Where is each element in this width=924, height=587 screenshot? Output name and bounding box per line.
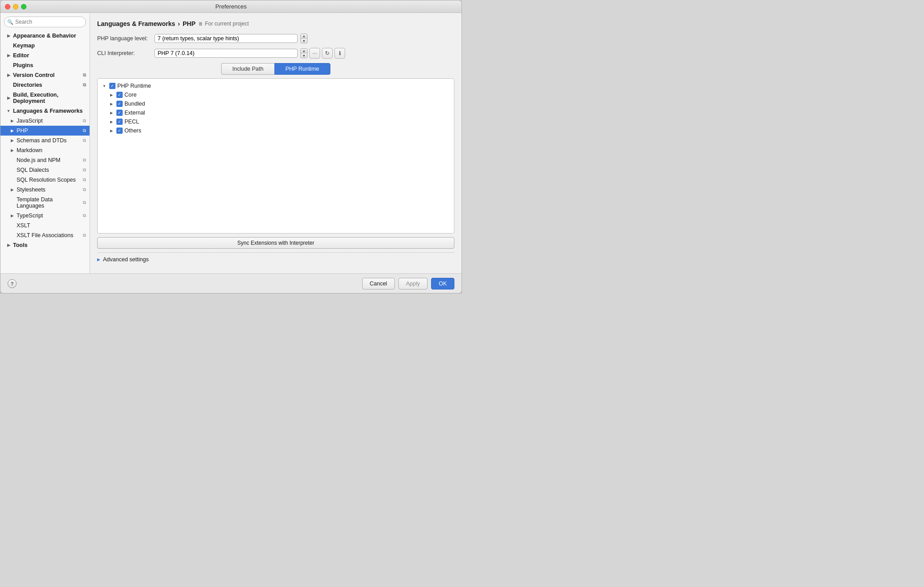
php-language-spinner[interactable]: ▲ ▼ — [300, 34, 308, 43]
sidebar-item-markdown[interactable]: ▶Markdown — [0, 145, 90, 155]
cli-info-button[interactable]: ℹ — [334, 48, 345, 59]
sidebar-arrow-editor: ▶ — [6, 53, 11, 58]
sidebar-item-tools[interactable]: ▶Tools — [0, 240, 90, 250]
tree-item-root[interactable]: ▼ ✓ PHP Runtime — [99, 81, 452, 90]
tree-checkbox-core[interactable]: ✓ — [116, 92, 123, 98]
php-language-value: 7 (return types, scalar type hints) — [158, 35, 295, 42]
maximize-button[interactable] — [21, 4, 26, 9]
php-language-select[interactable]: 7 (return types, scalar type hints) — [154, 34, 298, 43]
cli-interpreter-select[interactable]: PHP 7 (7.0.14) — [154, 49, 298, 58]
sidebar-label-appearance: Appearance & Behavior — [13, 33, 86, 39]
tree-item-core[interactable]: ▶ ✓ Core — [99, 90, 452, 99]
close-button[interactable] — [5, 4, 10, 9]
preferences-window: Preferences 🔍 ▶Appearance & BehaviorKeym… — [0, 0, 462, 294]
advanced-arrow-icon: ▶ — [97, 257, 100, 262]
sidebar-item-languages[interactable]: ▼Languages & Frameworks — [0, 106, 90, 116]
sidebar-arrow-version-control: ▶ — [6, 72, 11, 78]
tree-label-core: Core — [124, 92, 137, 98]
tree-checkbox-bundled[interactable]: ✓ — [116, 101, 123, 107]
breadcrumb-prefix: Languages & Frameworks — [97, 20, 175, 27]
sidebar-item-template-data[interactable]: Template Data Languages⧉ — [0, 195, 90, 211]
footer-right: Cancel Apply OK — [362, 278, 454, 289]
tree-label-bundled: Bundled — [124, 101, 145, 107]
project-link[interactable]: 🗎 For current project — [198, 21, 249, 27]
search-input[interactable] — [4, 17, 86, 27]
sidebar-item-stylesheets[interactable]: ▶Stylesheets⧉ — [0, 185, 90, 195]
tree-label-external: External — [124, 110, 145, 116]
titlebar: Preferences — [0, 0, 462, 13]
sidebar-item-nodejs[interactable]: Node.js and NPM⧉ — [0, 155, 90, 165]
sidebar-item-appearance[interactable]: ▶Appearance & Behavior — [0, 31, 90, 41]
tree-checkbox-others[interactable]: ✓ — [116, 128, 123, 134]
sidebar-label-plugins: Plugins — [13, 62, 86, 68]
sidebar-item-build[interactable]: ▶Build, Execution, Deployment — [0, 90, 90, 106]
sidebar-label-version-control: Version Control — [13, 72, 81, 78]
info-icon: ℹ — [339, 50, 341, 56]
tree-arrow-core: ▶ — [108, 92, 115, 98]
main-content: 🔍 ▶Appearance & BehaviorKeymap▶EditorPlu… — [0, 13, 462, 273]
sidebar-arrow-languages: ▼ — [6, 108, 11, 114]
sidebar-item-plugins[interactable]: Plugins — [0, 60, 90, 70]
advanced-settings-section[interactable]: ▶ Advanced settings — [97, 252, 454, 266]
sidebar-label-directories: Directories — [13, 82, 81, 88]
sidebar-item-xslt[interactable]: XSLT — [0, 221, 90, 230]
sidebar-arrow-typescript: ▶ — [9, 213, 15, 218]
php-language-control: 7 (return types, scalar type hints) ▲ ▼ — [154, 34, 308, 43]
sidebar-item-version-control[interactable]: ▶Version Control⧉ — [0, 70, 90, 80]
sidebar-label-markdown: Markdown — [17, 147, 86, 153]
sidebar: 🔍 ▶Appearance & BehaviorKeymap▶EditorPlu… — [0, 13, 90, 273]
sync-extensions-button[interactable]: Sync Extensions with Interpreter — [97, 237, 454, 249]
tree-checkbox-pecl[interactable]: ✓ — [116, 119, 123, 125]
tab-php-runtime[interactable]: PHP Runtime — [274, 63, 331, 75]
tree-item-pecl[interactable]: ▶ ✓ PECL — [99, 117, 452, 126]
cli-browse-button[interactable]: ··· — [309, 48, 320, 59]
tabs-container: Include Path PHP Runtime — [97, 63, 454, 75]
window-title: Preferences — [215, 3, 247, 10]
breadcrumb: Languages & Frameworks › PHP 🗎 For curre… — [97, 20, 454, 27]
sidebar-item-schemas[interactable]: ▶Schemas and DTDs⧉ — [0, 136, 90, 145]
sidebar-item-typescript[interactable]: ▶TypeScript⧉ — [0, 211, 90, 221]
apply-button[interactable]: Apply — [398, 278, 428, 289]
project-text: For current project — [205, 21, 249, 27]
help-button[interactable]: ? — [8, 279, 17, 288]
sidebar-label-xslt: XSLT — [17, 222, 86, 229]
sidebar-arrow-javascript: ▶ — [9, 118, 15, 123]
sidebar-item-php[interactable]: ▶PHP⧉ — [0, 126, 90, 136]
sidebar-label-template-data: Template Data Languages — [17, 196, 81, 209]
sidebar-item-javascript[interactable]: ▶JavaScript⧉ — [0, 116, 90, 126]
sidebar-item-editor[interactable]: ▶Editor — [0, 51, 90, 60]
sidebar-item-sql-resolution[interactable]: SQL Resolution Scopes⧉ — [0, 175, 90, 185]
breadcrumb-current: PHP — [183, 20, 196, 27]
tree-checkbox-root[interactable]: ✓ — [109, 83, 116, 89]
tab-include-path[interactable]: Include Path — [221, 63, 274, 75]
sidebar-item-sql-dialects[interactable]: SQL Dialects⧉ — [0, 165, 90, 175]
sidebar-item-xslt-file[interactable]: XSLT File Associations⧉ — [0, 230, 90, 240]
sidebar-copy-icon-sql-resolution: ⧉ — [83, 177, 86, 183]
cli-interpreter-spinner[interactable]: ▲ ▼ — [300, 48, 308, 58]
sidebar-arrow-stylesheets: ▶ — [9, 187, 15, 192]
sidebar-item-directories[interactable]: Directories⧉ — [0, 80, 90, 90]
sidebar-copy-icon-version-control: ⧉ — [83, 72, 86, 78]
tree-panel: ▼ ✓ PHP Runtime ▶ ✓ Core ▶ ✓ Bundled — [97, 78, 454, 234]
sidebar-item-keymap[interactable]: Keymap — [0, 41, 90, 51]
sidebar-copy-icon-typescript: ⧉ — [83, 213, 86, 218]
sidebar-label-build: Build, Execution, Deployment — [13, 92, 86, 104]
tree-item-bundled[interactable]: ▶ ✓ Bundled — [99, 99, 452, 108]
cli-interpreter-row: CLI Interpreter: PHP 7 (7.0.14) ▲ ▼ ··· … — [97, 48, 454, 59]
tree-item-others[interactable]: ▶ ✓ Others — [99, 126, 452, 135]
sidebar-label-tools: Tools — [13, 242, 86, 248]
sidebar-copy-icon-php: ⧉ — [83, 128, 86, 133]
spin-up-button[interactable]: ▲ — [301, 34, 307, 38]
advanced-settings-label: Advanced settings — [103, 256, 149, 263]
sidebar-label-languages: Languages & Frameworks — [13, 108, 86, 114]
spin-down-button[interactable]: ▼ — [301, 38, 307, 43]
cli-refresh-button[interactable]: ↻ — [322, 48, 333, 59]
cancel-button[interactable]: Cancel — [362, 278, 395, 289]
tree-checkbox-external[interactable]: ✓ — [116, 110, 123, 116]
cli-spin-up[interactable]: ▲ — [301, 49, 307, 53]
sidebar-label-php: PHP — [17, 128, 81, 134]
ok-button[interactable]: OK — [431, 278, 454, 289]
tree-item-external[interactable]: ▶ ✓ External — [99, 108, 452, 117]
minimize-button[interactable] — [13, 4, 18, 9]
cli-spin-down[interactable]: ▼ — [301, 53, 307, 58]
